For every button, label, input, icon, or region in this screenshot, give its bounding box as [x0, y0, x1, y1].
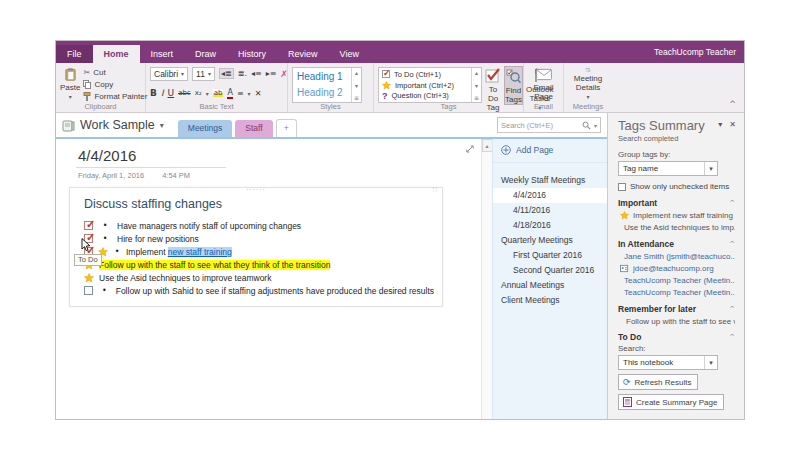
page-item-4-18-2016[interactable]: 4/18/2016 [493, 218, 607, 233]
styles-gallery-scroll[interactable]: ▴ ▾ ≡ [351, 68, 361, 102]
paste-button[interactable]: Paste ▾ [60, 66, 80, 101]
chevron-down-icon: ▾ [181, 70, 184, 77]
numbering-button[interactable]: ≣. [238, 69, 247, 78]
todo-item-1[interactable]: • Have managers notify staff of upcoming… [78, 219, 434, 232]
ribbon-tab-view[interactable]: View [329, 45, 370, 63]
font-size-select[interactable]: 11 ▾ [192, 67, 215, 81]
new-staff-training-link[interactable]: new staff training [168, 247, 232, 257]
email-page-button[interactable]: Email Page [529, 66, 559, 101]
strikethrough-button[interactable]: abc [178, 89, 191, 97]
new-section-button[interactable]: + [276, 119, 297, 137]
todo-item-5-text: Use the Asid techniques to improve teamw… [99, 273, 271, 283]
increase-indent-button[interactable]: ▸≡ [266, 69, 277, 78]
collapse-icon[interactable]: ^ [729, 305, 735, 313]
note-heading[interactable]: Discuss staffing changes [84, 197, 434, 211]
style-heading1[interactable]: Heading 1 [297, 69, 347, 85]
section-in-attendance[interactable]: In Attendance ^ [618, 239, 735, 249]
tag-todo-label: To Do (Ctrl+1) [394, 70, 441, 79]
underline-button[interactable]: U [168, 88, 175, 98]
tag-result-item[interactable]: Implement new staff training [618, 211, 735, 220]
copy-label: Copy [94, 80, 113, 89]
ribbon-tab-review[interactable]: Review [277, 45, 329, 63]
canvas-scrollbar[interactable]: ▴ [481, 139, 492, 419]
subscript-button[interactable]: x₂ [195, 89, 202, 97]
bold-button[interactable]: B [150, 88, 157, 98]
todo-item-2[interactable]: • Hire for new positions [78, 232, 434, 245]
highlight-button[interactable]: ab [213, 89, 224, 97]
tag-result-item[interactable]: Use the Asid techniques to imp... [618, 223, 735, 232]
italic-button[interactable]: I [161, 88, 164, 98]
page-item-quarterly-meetings[interactable]: Quarterly Meetings [493, 233, 607, 248]
full-page-view-icon[interactable] [465, 144, 475, 154]
format-painter-button[interactable]: Format Painter [83, 91, 147, 101]
notebook-switcher[interactable]: Work Sample ▾ [62, 118, 164, 132]
note-resize-handle[interactable]: ∷ [433, 186, 438, 194]
tag-question-item[interactable]: ? Question (Ctrl+3) [382, 90, 468, 101]
delete-button[interactable]: ✕ [255, 89, 262, 98]
tag-result-item[interactable]: TeachUcomp Teacher (Meetin... [618, 276, 735, 285]
ribbon-group-basic-text: Calibri ▾ 11 ▾ ◂≣ ≣. ◂≡ ▸≡ ✗ B I [146, 63, 288, 112]
unchecked-checkbox-icon[interactable] [84, 286, 93, 295]
close-icon[interactable]: ✕ [729, 120, 736, 129]
font-color-button[interactable]: A [227, 88, 232, 99]
decrease-indent-button[interactable]: ◂≡ [251, 69, 262, 78]
todo-item-4[interactable]: Follow up with the staff to see what the… [78, 258, 434, 271]
search-input[interactable]: Search (Ctrl+E) ▾ [497, 117, 601, 133]
ribbon-tab-file[interactable]: File [56, 45, 93, 63]
todo-item-3[interactable]: • Implement new staff training [78, 245, 434, 258]
add-page-button[interactable]: Add Page [493, 139, 607, 163]
page-item-first-quarter-2016[interactable]: First Quarter 2016 [493, 248, 607, 263]
page-item-4-4-2016[interactable]: 4/4/2016 [493, 188, 607, 203]
ribbon-tab-insert[interactable]: Insert [140, 45, 185, 63]
style-heading2[interactable]: Heading 2 [297, 85, 347, 101]
meeting-details-button[interactable]: Meeting Details ▾ [569, 66, 607, 101]
section-remember-for-later[interactable]: Remember for later ^ [618, 304, 735, 314]
scroll-up-icon[interactable]: ▴ [482, 139, 493, 152]
note-outline[interactable]: ······ ∷ Discuss staffing changes • Have… [69, 187, 443, 307]
find-tags-button[interactable]: Find Tags [504, 66, 523, 105]
tag-important-item[interactable]: Important (Ctrl+2) [382, 80, 468, 91]
bullets-button[interactable]: ◂≣ [219, 68, 234, 79]
collapse-icon[interactable]: ^ [729, 333, 735, 341]
tags-gallery-scroll[interactable]: ▴ ▾ ≡ [471, 68, 481, 102]
tag-result-item[interactable]: Follow up with the staff to see what ... [618, 317, 735, 326]
todo-item-5[interactable]: Use the Asid techniques to improve teamw… [78, 271, 434, 284]
tag-result-item[interactable]: TeachUcomp Teacher (Meetin... [618, 288, 735, 297]
note-drag-handle[interactable]: ······ [246, 186, 265, 194]
collapse-icon[interactable]: ^ [729, 199, 735, 207]
collapse-icon[interactable]: ^ [729, 240, 735, 248]
tag-todo-item[interactable]: To Do (Ctrl+1) [382, 69, 468, 80]
page-title[interactable]: 4/4/2016 [78, 147, 136, 164]
create-summary-page-button[interactable]: Create Summary Page [618, 394, 724, 410]
clear-formatting-button[interactable]: ✗ [280, 69, 288, 79]
bullet-icon: • [113, 247, 121, 256]
tag-result-item[interactable]: jdoe@teachucomp.org [618, 264, 735, 273]
page-item-weekly-staff-meetings[interactable]: Weekly Staff Meetings [493, 173, 607, 188]
tag-result-item[interactable]: Jane Smith (jsmith@teachuco... [618, 252, 735, 261]
paragraph-align-button[interactable]: ≡ [237, 89, 244, 98]
page-canvas[interactable]: 4/4/2016 Friday, April 1, 2016 4:54 PM [56, 139, 481, 419]
pane-menu-icon[interactable]: ▾ [718, 120, 722, 129]
refresh-results-button[interactable]: ⟳ Refresh Results [618, 374, 698, 390]
todo-item-6[interactable]: • Follow up with Sahid to see if staffin… [78, 284, 434, 297]
page-item-4-11-2016[interactable]: 4/11/2016 [493, 203, 607, 218]
section-tab-meetings[interactable]: Meetings [178, 120, 233, 137]
section-tab-staff[interactable]: Staff [235, 120, 272, 137]
ribbon-tab-home[interactable]: Home [93, 45, 140, 63]
section-todo-label: To Do [618, 332, 641, 342]
search-scope-select[interactable]: This notebook ▾ [618, 355, 718, 370]
collapse-ribbon-button[interactable]: ^ [729, 100, 736, 109]
unchecked-only-checkbox[interactable]: Show only unchecked items [618, 182, 735, 191]
section-todo[interactable]: To Do ^ [618, 332, 735, 342]
page-item-client-meetings[interactable]: Client Meetings [493, 293, 607, 308]
group-by-select[interactable]: Tag name ▾ [618, 161, 718, 176]
cut-button[interactable]: ✂ Cut [83, 68, 147, 78]
font-name-select[interactable]: Calibri ▾ [150, 67, 188, 81]
ribbon-tab-draw[interactable]: Draw [184, 45, 227, 63]
ribbon-tab-history[interactable]: History [227, 45, 277, 63]
page-item-second-quarter-2016[interactable]: Second Quarter 2016 [493, 263, 607, 278]
copy-button[interactable]: Copy [83, 80, 147, 90]
checked-checkbox-icon[interactable] [84, 221, 93, 230]
section-important[interactable]: Important ^ [618, 198, 735, 208]
page-item-annual-meetings[interactable]: Annual Meetings [493, 278, 607, 293]
